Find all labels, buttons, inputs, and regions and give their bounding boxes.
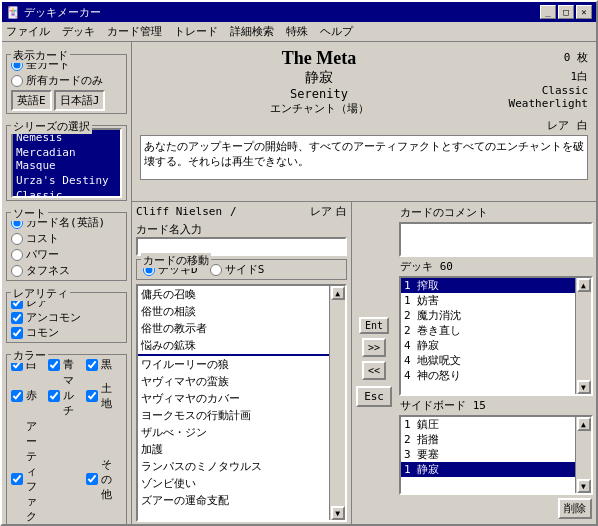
scroll-up-arrow[interactable]: ▲: [331, 286, 345, 300]
lang-en-button[interactable]: 英語E: [11, 90, 52, 111]
card-color: 白: [577, 118, 588, 133]
card-list-item[interactable]: 俗世の相談: [138, 303, 329, 320]
bottom-area: Cliff Nielsen / レア 白 カード名入力 カードの移動: [132, 202, 596, 524]
move-group: カードの移動 デッキD サイドS: [136, 259, 347, 280]
side-scroll-down[interactable]: ▼: [577, 479, 591, 493]
series-item-mercadian[interactable]: Mercadian Masque: [13, 145, 120, 173]
check-land[interactable]: [86, 390, 98, 402]
deck-scrollbar[interactable]: ▲ ▼: [575, 278, 591, 394]
close-button[interactable]: ✕: [576, 5, 592, 19]
card-list-item[interactable]: ゾンビ使い: [138, 475, 329, 492]
deck-list-item[interactable]: 1 妨害: [401, 293, 575, 308]
side-list-container[interactable]: 1 鎮圧2 指揝3 要塞1 静寂 ▲ ▼: [399, 415, 593, 495]
card-info-area: The Meta 静寂 Serenity エンチャント（場） 0 枚 1白 Cl…: [132, 42, 596, 202]
owned-cards-label: 所有カードのみ: [26, 73, 103, 88]
deck-list[interactable]: 1 搾取1 妨害2 魔力消沈2 巻き直し4 静寂4 地獄呪文4 神の怒り: [401, 278, 575, 394]
esc-button[interactable]: Esc: [356, 386, 392, 407]
deck-list-item[interactable]: 1 搾取: [401, 278, 575, 293]
radio-owned-cards[interactable]: [11, 75, 23, 87]
menu-help[interactable]: ヘルプ: [320, 24, 353, 39]
common-label: コモン: [26, 325, 59, 340]
menu-special[interactable]: 特殊: [286, 24, 308, 39]
card-list-item[interactable]: 加護: [138, 441, 329, 458]
menu-file[interactable]: ファイル: [6, 24, 50, 39]
arrow-right-button[interactable]: >>: [362, 338, 386, 357]
deck-scroll-up[interactable]: ▲: [577, 278, 591, 292]
card-list-item[interactable]: 俗世の教示者: [138, 320, 329, 337]
lang-jp-button[interactable]: 日本語J: [54, 90, 106, 111]
card-rarity: レア: [547, 118, 569, 133]
series-item-classic[interactable]: Classic: [13, 188, 120, 198]
menu-search[interactable]: 詳細検索: [230, 24, 274, 39]
card-list-item[interactable]: ワイルーリーの狼: [138, 356, 329, 373]
card-text: あなたのアップキープの開始時、すべてのアーティファクトとすべてのエンチャントを破…: [140, 135, 588, 180]
deck-header: デッキ 60: [398, 258, 594, 275]
card-list-container[interactable]: 傭兵の召喚俗世の相談俗世の教示者悩みの鉱珠ワイルーリーの狼ヤヴィマヤの蛮族ヤヴィ…: [136, 284, 347, 522]
side-list[interactable]: 1 鎮圧2 指揝3 要塞1 静寂: [401, 417, 575, 493]
side-list-item[interactable]: 1 静寂: [401, 462, 575, 477]
side-header: サイドボード 15: [398, 397, 594, 414]
card-list-item[interactable]: ザルべ・ジン: [138, 424, 329, 441]
check-red[interactable]: [11, 390, 23, 402]
radio-move-side[interactable]: [210, 264, 222, 276]
side-list-item[interactable]: 3 要塞: [401, 447, 575, 462]
card-list[interactable]: 傭兵の召喚俗世の相談俗世の教示者悩みの鉱珠ワイルーリーの狼ヤヴィマヤの蛮族ヤヴィ…: [138, 286, 329, 520]
card-list-scrollbar[interactable]: ▲ ▼: [329, 286, 345, 520]
side-label: サイドボード 15: [400, 398, 486, 413]
check-multi[interactable]: [48, 390, 60, 402]
show-cards-label: 表示カード: [11, 48, 70, 63]
deck-list-item[interactable]: 4 神の怒り: [401, 368, 575, 383]
deck-list-item[interactable]: 4 静寂: [401, 338, 575, 353]
check-uncommon[interactable]: [11, 312, 23, 324]
card-list-item[interactable]: ヨークモスの行動計画: [138, 407, 329, 424]
side-scroll-up[interactable]: ▲: [577, 417, 591, 431]
check-other[interactable]: [86, 473, 98, 485]
ent-button[interactable]: Ent: [359, 317, 389, 334]
arrow-controls: Ent >> << Esc: [352, 202, 396, 524]
side-list-item[interactable]: 1 鎮圧: [401, 417, 575, 432]
radio-sort-toughness[interactable]: [11, 265, 23, 277]
comment-label: カードのコメント: [398, 204, 594, 221]
show-cards-group: 表示カード 全カード 所有カードのみ 英語E 日本語J: [6, 54, 127, 114]
radio-sort-cost[interactable]: [11, 233, 23, 245]
series-item-urza[interactable]: Urza's Destiny: [13, 173, 120, 188]
artist-row: Cliff Nielsen / レア 白: [132, 202, 351, 221]
minimize-button[interactable]: _: [540, 5, 556, 19]
deck-list-item[interactable]: 4 地獄呪文: [401, 353, 575, 368]
delete-button[interactable]: 削除: [558, 498, 592, 519]
side-list-item[interactable]: 2 指揝: [401, 432, 575, 447]
uncommon-label: アンコモン: [26, 310, 81, 325]
card-list-item[interactable]: 傭兵の召喚: [138, 286, 329, 303]
card-list-item[interactable]: ランパスのミノタウルス: [138, 458, 329, 475]
menu-deck[interactable]: デッキ: [62, 24, 95, 39]
deck-list-container[interactable]: 1 搾取1 妨害2 魔力消沈2 巻き直し4 静寂4 地獄呪文4 神の怒り ▲ ▼: [399, 276, 593, 396]
arrow-left-button[interactable]: <<: [362, 361, 386, 380]
deck-label: デッキ 60: [400, 259, 453, 274]
menu-trade[interactable]: トレード: [174, 24, 218, 39]
side-scrollbar[interactable]: ▲ ▼: [575, 417, 591, 493]
artifact-label: アーティファクト: [26, 419, 47, 524]
radio-sort-power[interactable]: [11, 249, 23, 261]
card-list-item[interactable]: ヤヴィマヤの蛮族: [138, 373, 329, 390]
comment-box[interactable]: [399, 222, 593, 257]
deck-list-item[interactable]: 2 魔力消沈: [401, 308, 575, 323]
card-list-item[interactable]: ズアーの運命支配: [138, 492, 329, 509]
check-black[interactable]: [86, 359, 98, 371]
deck-scroll-down[interactable]: ▼: [577, 380, 591, 394]
card-type: エンチャント（場）: [138, 101, 500, 116]
card-list-item[interactable]: ヤヴィマヤのカバー: [138, 390, 329, 407]
menu-bar: ファイル デッキ カード管理 トレード 詳細検索 特殊 ヘルプ: [2, 22, 596, 42]
menu-card-manage[interactable]: カード管理: [107, 24, 162, 39]
maximize-button[interactable]: □: [558, 5, 574, 19]
artist-name: Cliff Nielsen: [136, 205, 222, 218]
content-area: 表示カード 全カード 所有カードのみ 英語E 日本語J: [2, 42, 596, 524]
deck-list-item[interactable]: 2 巻き直し: [401, 323, 575, 338]
scroll-down-arrow[interactable]: ▼: [331, 506, 345, 520]
check-common[interactable]: [11, 327, 23, 339]
other-label: その他: [101, 457, 122, 502]
main-window: 🃏 デッキメーカー _ □ ✕ ファイル デッキ カード管理 トレード 詳細検索…: [0, 0, 598, 526]
series-list[interactable]: Nemesis Mercadian Masque Urza's Destiny …: [11, 128, 122, 198]
card-list-item[interactable]: 悩みの鉱珠: [138, 337, 329, 354]
check-artifact[interactable]: [11, 473, 23, 485]
check-blue[interactable]: [48, 359, 60, 371]
